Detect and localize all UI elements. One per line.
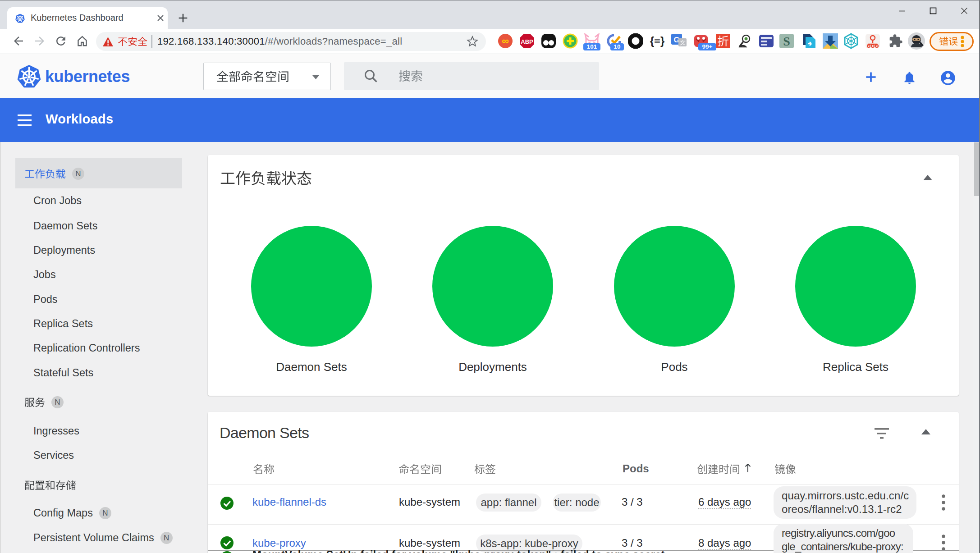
svg-text:S: S	[783, 34, 790, 48]
svg-text:{≡}: {≡}	[650, 35, 665, 47]
svg-text:∞: ∞	[502, 35, 509, 46]
svg-text:ABP: ABP	[521, 38, 533, 45]
